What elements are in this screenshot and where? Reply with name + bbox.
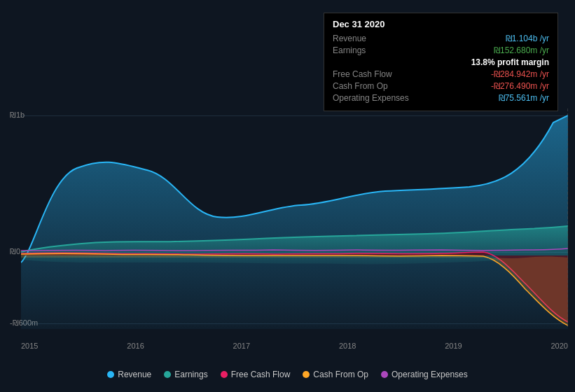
tooltip-value-cashfromop: -₪276.490m /yr bbox=[491, 81, 549, 91]
tooltip-label-opexp: Operating Expenses bbox=[333, 93, 409, 103]
tooltip-label-cashfromop: Cash From Op bbox=[333, 81, 388, 91]
tooltip-label-earnings: Earnings bbox=[333, 46, 366, 55]
y-label-mid: ₪0 bbox=[10, 247, 20, 256]
legend-dot-fcf bbox=[221, 371, 228, 378]
tooltip-label-fcf: Free Cash Flow bbox=[333, 69, 392, 79]
tooltip-row-opexp: Operating Expenses ₪75.561m /yr bbox=[333, 93, 549, 103]
legend-dot-earnings bbox=[164, 371, 171, 378]
legend-dot-revenue bbox=[107, 371, 114, 378]
tooltip-row-cashfromop: Cash From Op -₪276.490m /yr bbox=[333, 81, 549, 91]
legend-label-cashfromop: Cash From Op bbox=[313, 370, 368, 379]
legend-label-opexp: Operating Expenses bbox=[392, 370, 468, 379]
x-label-2018: 2018 bbox=[339, 342, 356, 350]
legend-item-revenue[interactable]: Revenue bbox=[107, 370, 151, 379]
tooltip-value-fcf: -₪284.942m /yr bbox=[491, 69, 549, 79]
tooltip-profit-margin: 13.8% profit margin bbox=[333, 57, 549, 67]
revenue-area bbox=[21, 115, 568, 329]
x-label-2020: 2020 bbox=[550, 342, 567, 350]
legend-dot-cashfromop bbox=[303, 371, 310, 378]
tooltip-value-earnings: ₪152.680m /yr bbox=[494, 46, 549, 55]
x-label-2016: 2016 bbox=[127, 342, 144, 350]
x-axis: 2015 2016 2017 2018 2019 2020 bbox=[21, 342, 568, 350]
tooltip-value-revenue: ₪1.104b /yr bbox=[506, 34, 549, 43]
legend-label-revenue: Revenue bbox=[118, 370, 151, 379]
tooltip-value-opexp: ₪75.561m /yr bbox=[499, 93, 549, 103]
legend-item-earnings[interactable]: Earnings bbox=[164, 370, 207, 379]
legend-dot-opexp bbox=[381, 371, 388, 378]
legend-item-opexp[interactable]: Operating Expenses bbox=[381, 370, 468, 379]
x-label-2015: 2015 bbox=[21, 342, 38, 350]
legend-item-cashfromop[interactable]: Cash From Op bbox=[303, 370, 368, 379]
legend-label-earnings: Earnings bbox=[174, 370, 207, 379]
chart-legend: Revenue Earnings Free Cash Flow Cash Fro… bbox=[0, 370, 575, 379]
chart-svg bbox=[21, 108, 568, 329]
legend-label-fcf: Free Cash Flow bbox=[231, 370, 291, 379]
legend-item-fcf[interactable]: Free Cash Flow bbox=[221, 370, 291, 379]
tooltip-label-revenue: Revenue bbox=[333, 34, 366, 43]
chart-container: ₪1b ₪0 -₪600m bbox=[0, 0, 575, 392]
tooltip-row-earnings: Earnings ₪152.680m /yr bbox=[333, 46, 549, 55]
x-label-2019: 2019 bbox=[445, 342, 462, 350]
tooltip-row-fcf: Free Cash Flow -₪284.942m /yr bbox=[333, 69, 549, 79]
tooltip-box: Dec 31 2020 Revenue ₪1.104b /yr Earnings… bbox=[324, 13, 558, 111]
x-label-2017: 2017 bbox=[233, 342, 250, 350]
tooltip-title: Dec 31 2020 bbox=[333, 19, 549, 29]
tooltip-row-revenue: Revenue ₪1.104b /yr bbox=[333, 34, 549, 43]
